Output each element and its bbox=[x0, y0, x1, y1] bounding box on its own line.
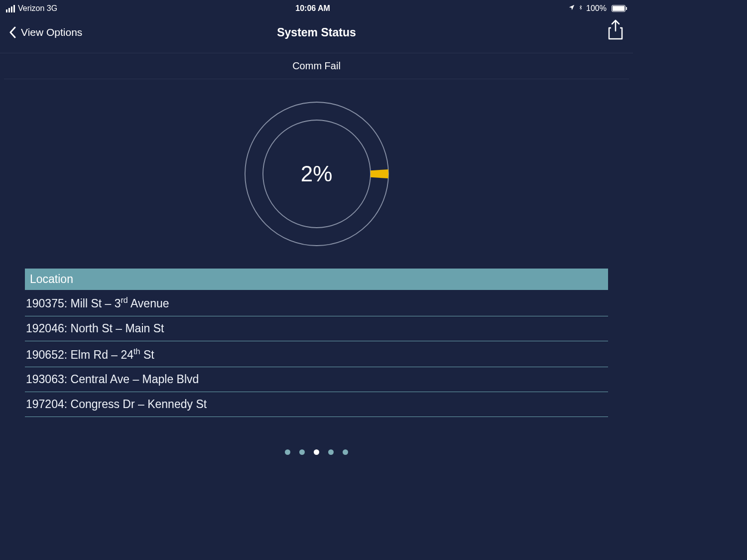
clock-label: 10:06 AM bbox=[295, 4, 330, 13]
location-list: Location 190375: Mill St – 3rd Avenue192… bbox=[25, 269, 608, 417]
page-dot[interactable] bbox=[314, 449, 319, 455]
carrier-label: Verizon 3G bbox=[18, 4, 57, 13]
chevron-left-icon bbox=[9, 26, 16, 38]
share-button[interactable] bbox=[607, 19, 624, 40]
list-item[interactable]: 192046: North St – Main St bbox=[25, 316, 608, 341]
subtitle-label: Comm Fail bbox=[4, 53, 629, 79]
signal-icon bbox=[6, 5, 15, 12]
status-bar: Verizon 3G 10:06 AM 100% bbox=[0, 0, 633, 15]
status-right: 100% bbox=[568, 3, 627, 13]
nav-bar: View Options System Status bbox=[0, 15, 633, 53]
share-icon bbox=[607, 19, 624, 40]
list-item[interactable]: 190375: Mill St – 3rd Avenue bbox=[25, 290, 608, 316]
location-icon bbox=[568, 4, 575, 13]
status-left: Verizon 3G bbox=[6, 4, 57, 13]
list-item[interactable]: 193063: Central Ave – Maple Blvd bbox=[25, 367, 608, 392]
gauge-value: 2% bbox=[242, 99, 391, 249]
page-title: System Status bbox=[277, 26, 356, 39]
page-indicator bbox=[0, 449, 633, 455]
page-dot[interactable] bbox=[328, 449, 334, 455]
page-dot[interactable] bbox=[299, 449, 305, 455]
page-dot[interactable] bbox=[343, 449, 348, 455]
list-header: Location bbox=[25, 269, 608, 290]
page-dot[interactable] bbox=[285, 449, 290, 455]
back-label: View Options bbox=[21, 26, 82, 38]
back-button[interactable]: View Options bbox=[9, 26, 82, 38]
list-item[interactable]: 197204: Congress Dr – Kennedy St bbox=[25, 392, 608, 417]
list-item[interactable]: 190652: Elm Rd – 24th St bbox=[25, 341, 608, 368]
battery-icon bbox=[610, 5, 627, 12]
comm-fail-gauge: 2% bbox=[242, 99, 391, 249]
bluetooth-icon bbox=[578, 3, 583, 13]
gauge-container: 2% bbox=[0, 79, 633, 269]
battery-pct-label: 100% bbox=[586, 4, 607, 13]
